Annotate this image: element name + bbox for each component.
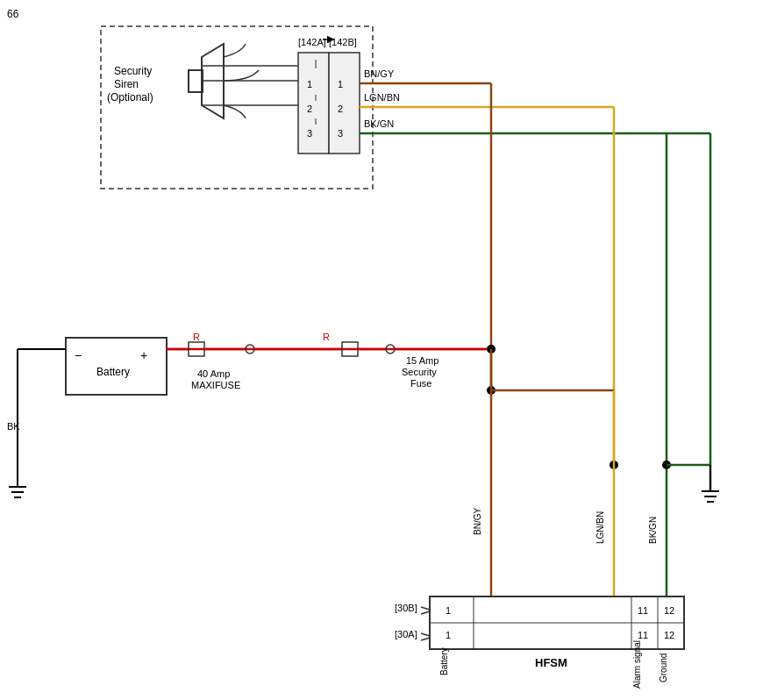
col-battery: Battery: [439, 647, 449, 675]
col-alarm-signal: Alarm signal: [632, 640, 642, 689]
svg-text:1: 1: [446, 605, 451, 616]
battery-neg: −: [75, 348, 82, 362]
svg-text:11: 11: [638, 630, 648, 640]
svg-text:12: 12: [664, 605, 674, 616]
page-number: 66: [7, 8, 19, 20]
svg-text:(Optional): (Optional): [107, 91, 153, 104]
svg-line-60: [421, 638, 430, 640]
svg-text:2: 2: [307, 104, 312, 114]
battery-pos: +: [140, 348, 147, 362]
bk-wire-label: BK: [7, 421, 20, 432]
svg-text:12: 12: [664, 630, 674, 640]
svg-text:BN/GY: BN/GY: [364, 68, 395, 79]
svg-text:3: 3: [307, 128, 312, 139]
svg-text:R: R: [193, 332, 200, 342]
connector-30a-label: [30A]: [395, 629, 417, 639]
fuse-15amp-label-line2: Security: [402, 367, 437, 377]
svg-text:R: R: [323, 332, 330, 342]
security-siren-label: Security: [114, 65, 152, 77]
svg-line-59: [421, 633, 430, 636]
connector-142b: [329, 53, 360, 154]
svg-line-57: [421, 607, 430, 610]
col-ground: Ground: [659, 654, 668, 682]
fuse-15amp-label-line1: 15 Amp: [406, 355, 439, 366]
connector-142b-label: [142B]: [329, 37, 357, 47]
svg-text:1: 1: [307, 79, 312, 89]
svg-line-58: [421, 611, 430, 614]
svg-text:3: 3: [338, 128, 343, 139]
hfsm-label: HFSM: [535, 656, 567, 669]
svg-text:1: 1: [338, 79, 343, 89]
connector-142a: [298, 53, 329, 154]
fuse-15amp-label-line3: Fuse: [410, 378, 431, 389]
battery-label: Battery: [96, 366, 130, 378]
svg-text:Siren: Siren: [114, 78, 139, 90]
label-bn-gy-vertical: BN/GY: [473, 508, 482, 535]
svg-text:LGN/BN: LGN/BN: [364, 92, 400, 103]
wiring-diagram: 66 Security Siren (Optional) 1 2 3 1 2 3…: [0, 0, 763, 700]
svg-text:11: 11: [638, 605, 648, 616]
connector-142a-label: [142A]: [298, 37, 326, 47]
label-bk-gn-vertical: BK/GN: [648, 517, 658, 544]
connector-30b-label: [30B]: [395, 603, 417, 613]
svg-text:1: 1: [446, 630, 451, 640]
fuse-40amp-label-line1: 40 Amp: [197, 368, 230, 379]
fuse-40amp-label-line2: MAXIFUSE: [191, 380, 240, 390]
label-lgn-bn-vertical: LGN/BN: [595, 511, 605, 544]
svg-text:2: 2: [338, 104, 343, 114]
svg-rect-2: [189, 70, 203, 92]
svg-text:BK/GN: BK/GN: [364, 118, 394, 129]
